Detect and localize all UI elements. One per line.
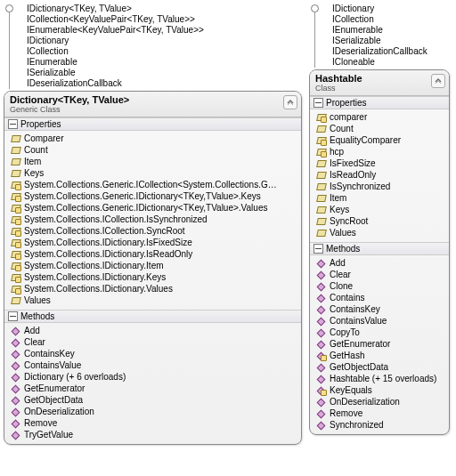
- property-item[interactable]: Count: [8, 144, 299, 156]
- method-item[interactable]: GetObjectData: [8, 394, 299, 406]
- class-card-hashtable[interactable]: Hashtable Class Properties comparerCount…: [309, 69, 450, 435]
- method-icon: [315, 340, 326, 349]
- property-icon: [10, 157, 20, 166]
- property-item[interactable]: IsSynchronized: [314, 181, 447, 192]
- method-item[interactable]: GetEnumerator: [314, 338, 447, 350]
- property-item[interactable]: Keys: [314, 204, 447, 215]
- method-item[interactable]: Remove: [314, 407, 447, 419]
- property-item[interactable]: System.Collections.IDictionary.Item: [8, 260, 299, 271]
- method-item[interactable]: OnDeserialization: [8, 406, 299, 417]
- method-item[interactable]: Add: [8, 325, 299, 336]
- method-item[interactable]: GetObjectData: [314, 361, 447, 373]
- method-item[interactable]: ContainsKey: [8, 348, 299, 359]
- property-item[interactable]: System.Collections.ICollection.SyncRoot: [8, 225, 299, 237]
- method-label: Hashtable (+ 15 overloads): [330, 373, 436, 384]
- property-item[interactable]: hcp: [314, 146, 447, 157]
- method-item[interactable]: Hashtable (+ 15 overloads): [314, 373, 447, 384]
- property-item[interactable]: comparer: [314, 111, 447, 123]
- property-icon: [315, 182, 326, 191]
- property-icon: [315, 229, 326, 238]
- method-icon: [315, 421, 326, 430]
- method-item[interactable]: TryGetValue: [8, 429, 299, 440]
- property-label: hcp: [330, 146, 344, 157]
- property-label: Count: [24, 144, 48, 156]
- minus-icon[interactable]: [314, 98, 323, 108]
- section-header-properties[interactable]: Properties: [4, 117, 301, 131]
- property-label: System.Collections.IDictionary.IsFixedSi…: [24, 237, 192, 248]
- minus-icon[interactable]: [8, 311, 18, 321]
- property-item[interactable]: Values: [314, 227, 447, 238]
- method-item[interactable]: Clear: [314, 269, 447, 280]
- property-icon: [315, 148, 326, 157]
- interface-name: ICollection: [16, 46, 302, 57]
- method-item[interactable]: Remove: [8, 417, 299, 429]
- property-label: Keys: [24, 167, 44, 179]
- property-label: Item: [24, 156, 41, 167]
- method-icon: [315, 294, 326, 303]
- method-icon: [315, 282, 326, 291]
- section-header-methods[interactable]: Methods: [4, 310, 301, 323]
- interface-name: IEnumerable: [322, 25, 450, 36]
- class-card-dictionary[interactable]: Dictionary<TKey, TValue> Generic Class P…: [4, 91, 302, 445]
- interface-name: IDeserializationCallback: [322, 46, 450, 57]
- method-item[interactable]: GetEnumerator: [8, 383, 299, 394]
- property-item[interactable]: System.Collections.IDictionary.Keys: [8, 271, 299, 283]
- property-item[interactable]: Values: [8, 294, 299, 306]
- method-item[interactable]: KeyEquals: [314, 384, 447, 396]
- property-item[interactable]: SyncRoot: [314, 215, 447, 227]
- method-item[interactable]: ContainsValue: [314, 315, 447, 327]
- method-item[interactable]: GetHash: [314, 350, 447, 361]
- right-column: IDictionaryICollectionIEnumerableISerial…: [309, 4, 450, 445]
- method-item[interactable]: Add: [314, 257, 447, 269]
- method-label: CopyTo: [330, 327, 360, 338]
- property-item[interactable]: Item: [314, 192, 447, 204]
- method-item[interactable]: Dictionary (+ 6 overloads): [8, 371, 299, 383]
- property-item[interactable]: IsReadOnly: [314, 169, 447, 181]
- property-item[interactable]: System.Collections.IDictionary.IsReadOnl…: [8, 248, 299, 260]
- property-item[interactable]: System.Collections.ICollection.IsSynchro…: [8, 214, 299, 225]
- collapse-button[interactable]: [431, 74, 445, 88]
- property-item[interactable]: IsFixedSize: [314, 157, 447, 169]
- property-item[interactable]: System.Collections.IDictionary.Values: [8, 283, 299, 294]
- method-label: Dictionary (+ 6 overloads): [24, 371, 126, 383]
- property-item[interactable]: System.Collections.Generic.IDictionary<T…: [8, 190, 299, 202]
- property-icon: [315, 206, 326, 214]
- method-icon: [10, 361, 20, 370]
- method-item[interactable]: CopyTo: [314, 327, 447, 338]
- property-icon: [10, 273, 20, 282]
- method-item[interactable]: Clone: [314, 280, 447, 292]
- section-header-properties[interactable]: Properties: [310, 96, 449, 109]
- method-label: OnDeserialization: [330, 396, 400, 407]
- property-label: System.Collections.IDictionary.IsReadOnl…: [24, 248, 192, 260]
- method-item[interactable]: ContainsKey: [314, 303, 447, 315]
- inheritance-list: IDictionary<TKey, TValue>ICollection<Key…: [4, 4, 302, 89]
- method-item[interactable]: OnDeserialization: [314, 396, 447, 407]
- method-label: TryGetValue: [24, 429, 73, 440]
- interface-name: ISerializable: [322, 36, 450, 46]
- property-icon: [10, 250, 20, 259]
- section-header-methods[interactable]: Methods: [310, 242, 449, 255]
- minus-icon[interactable]: [314, 244, 323, 254]
- method-label: GetEnumerator: [330, 338, 390, 350]
- property-item[interactable]: System.Collections.Generic.ICollection<S…: [8, 179, 299, 190]
- method-item[interactable]: ContainsValue: [8, 359, 299, 371]
- property-item[interactable]: Count: [314, 123, 447, 134]
- properties-list: ComparerCountItemKeysSystem.Collections.…: [4, 131, 301, 310]
- minus-icon[interactable]: [8, 119, 18, 129]
- property-item[interactable]: Item: [8, 156, 299, 167]
- collapse-button[interactable]: [283, 95, 297, 109]
- method-item[interactable]: Clear: [8, 336, 299, 348]
- method-item[interactable]: Synchronized: [314, 419, 447, 431]
- method-item[interactable]: Contains: [314, 292, 447, 303]
- property-item[interactable]: Comparer: [8, 133, 299, 144]
- property-item[interactable]: Keys: [8, 167, 299, 179]
- property-item[interactable]: EqualityComparer: [314, 134, 447, 146]
- property-icon: [315, 194, 326, 203]
- method-label: OnDeserialization: [24, 406, 94, 417]
- lollipop-icon: [309, 4, 320, 68]
- property-label: Item: [330, 192, 346, 204]
- property-item[interactable]: System.Collections.IDictionary.IsFixedSi…: [8, 237, 299, 248]
- property-item[interactable]: System.Collections.Generic.IDictionary<T…: [8, 202, 299, 214]
- card-header[interactable]: Hashtable Class: [310, 70, 449, 96]
- card-header[interactable]: Dictionary<TKey, TValue> Generic Class: [4, 92, 301, 117]
